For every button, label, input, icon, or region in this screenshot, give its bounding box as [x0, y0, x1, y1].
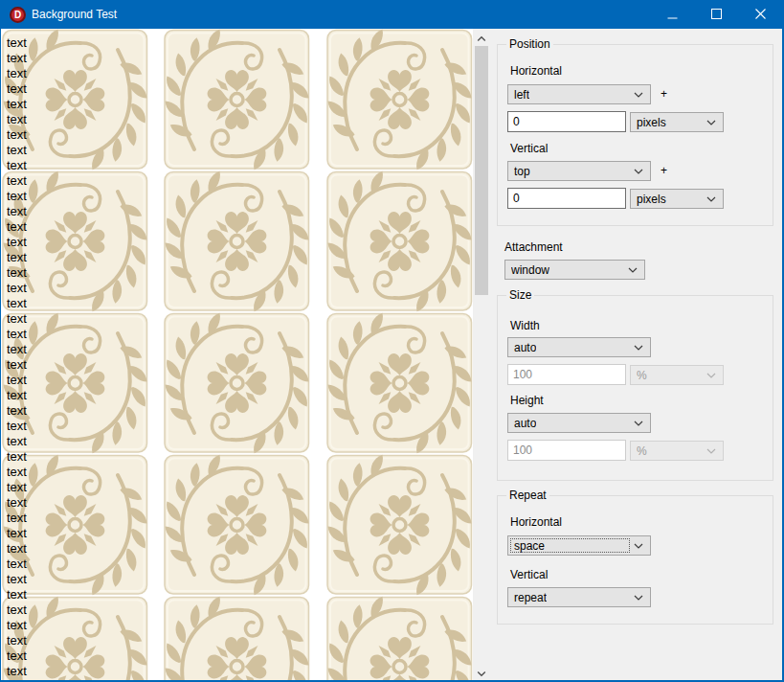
repeat-horizontal-select[interactable]: space [507, 535, 651, 556]
minimize-icon [667, 6, 678, 23]
size-height-value-input [507, 440, 626, 461]
text-line: text [7, 419, 27, 434]
position-vertical-select[interactable]: top [507, 161, 651, 181]
text-line: text [7, 327, 27, 342]
settings-panel: Position Horizontal left + pixels Vertic… [490, 29, 782, 680]
text-line: text [7, 633, 27, 648]
text-line: text [7, 189, 27, 204]
app-icon: D [10, 7, 26, 23]
combo-value: pixels [637, 193, 666, 206]
position-horizontal-label: Horizontal [510, 64, 562, 78]
text-line: text [7, 158, 27, 173]
text-line: text [7, 557, 27, 572]
combo-value: left [514, 88, 529, 102]
position-vertical-unit-select[interactable]: pixels [630, 189, 724, 209]
repeat-vertical-label: Vertical [510, 568, 548, 581]
combo-value: % [637, 444, 647, 458]
focus-rect [510, 538, 630, 553]
scroll-up-button[interactable] [473, 29, 490, 45]
maximize-button[interactable] [694, 0, 738, 29]
chevron-down-icon [634, 595, 643, 601]
text-line: text [7, 342, 27, 357]
background-tile [164, 454, 310, 596]
chevron-down-icon [706, 120, 716, 125]
minimize-button[interactable] [650, 0, 694, 29]
text-line: text [7, 97, 27, 112]
text-line: text [7, 480, 27, 495]
text-line: text [7, 526, 27, 541]
background-tile [326, 596, 473, 680]
text-line: text [7, 51, 27, 66]
attachment-label: Attachment [504, 240, 563, 254]
text-line: text [7, 143, 27, 158]
chevron-down-icon [634, 345, 643, 351]
text-line: text [7, 296, 27, 311]
text-line: text [7, 465, 27, 480]
text-line: text [7, 173, 27, 189]
chevron-down-icon [706, 448, 716, 454]
combo-value: auto [514, 341, 536, 354]
plus-label: + [661, 84, 667, 104]
text-line: text [7, 265, 27, 281]
text-line: text [7, 602, 27, 618]
text-line: text [7, 618, 27, 633]
text-line: text [7, 664, 27, 679]
background-tile [164, 29, 310, 170]
plus-label: + [661, 161, 667, 181]
chevron-down-icon [634, 543, 643, 549]
size-width-label: Width [510, 319, 540, 332]
background-preview-area: texttexttexttexttexttexttexttexttexttext… [1, 29, 473, 680]
close-icon [755, 6, 766, 23]
size-group-title: Size [506, 288, 534, 302]
window-controls [650, 0, 782, 29]
size-width-select[interactable]: auto [507, 337, 651, 357]
text-line: text [7, 81, 27, 97]
maximize-icon [711, 6, 722, 23]
background-tile [164, 170, 310, 312]
position-vertical-offset-input[interactable] [507, 188, 626, 209]
chevron-up-icon [477, 29, 486, 46]
background-tile [326, 170, 473, 312]
chevron-down-icon [634, 421, 643, 426]
size-width-unit-select: % [630, 365, 724, 385]
text-line: text [7, 35, 27, 51]
scroll-down-button[interactable] [473, 664, 490, 680]
text-line: text [7, 373, 27, 388]
text-line: text [7, 403, 27, 419]
text-line: text [7, 112, 27, 127]
chevron-down-icon [628, 267, 638, 273]
position-horizontal-unit-select[interactable]: pixels [630, 112, 724, 132]
text-line: text [7, 281, 27, 296]
chevron-down-icon [706, 196, 716, 202]
text-line: text [7, 127, 27, 143]
text-line: text [7, 511, 27, 526]
size-height-select[interactable]: auto [507, 413, 651, 433]
text-line: text [7, 648, 27, 664]
close-button[interactable] [738, 0, 782, 29]
scrollbar-thumb[interactable] [475, 46, 488, 295]
combo-value: % [637, 369, 647, 382]
combo-value: top [514, 165, 530, 178]
background-tile [326, 312, 473, 454]
chevron-down-icon [634, 92, 643, 98]
position-horizontal-select[interactable]: left [507, 84, 651, 104]
repeat-group-title: Repeat [506, 489, 549, 502]
text-line: text [7, 449, 27, 465]
text-line: text [7, 219, 27, 235]
repeat-vertical-select[interactable]: repeat [507, 587, 651, 607]
repeat-horizontal-label: Horizontal [510, 515, 562, 529]
text-line: text [7, 357, 27, 373]
text-line: text [7, 572, 27, 587]
combo-value: auto [514, 417, 536, 430]
size-height-label: Height [510, 394, 544, 407]
text-line: text [7, 250, 27, 265]
attachment-select[interactable]: window [504, 260, 645, 280]
text-line: text [7, 311, 27, 327]
background-tile [164, 596, 310, 680]
position-horizontal-offset-input[interactable] [507, 111, 626, 132]
size-width-value-input [507, 364, 626, 385]
vertical-scrollbar[interactable] [473, 29, 490, 680]
size-height-unit-select: % [630, 441, 724, 461]
background-tile [326, 454, 473, 596]
text-line: text [7, 587, 27, 602]
